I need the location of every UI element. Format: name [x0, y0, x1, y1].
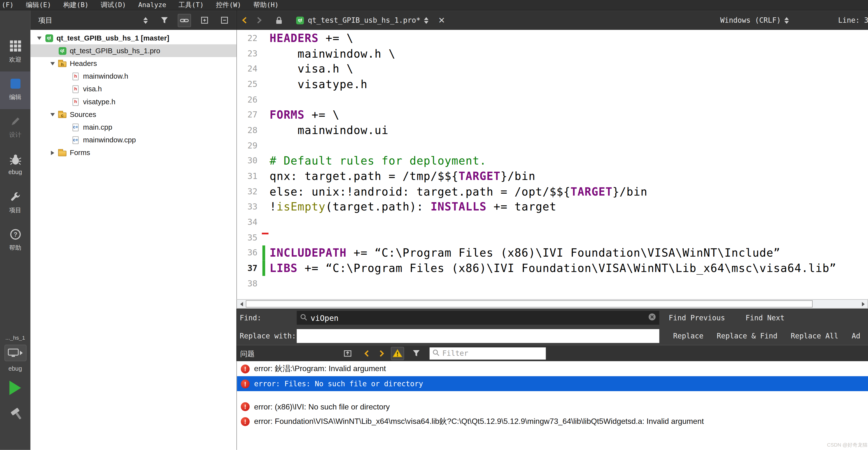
issue-row[interactable]: !error: Foundation\VISA\WinNT\Lib_x64\ms… — [237, 414, 868, 429]
mode-help-button[interactable]: ?帮助 — [0, 222, 31, 260]
forward-icon[interactable] — [257, 17, 262, 24]
document-selector-arrows-icon[interactable] — [424, 17, 428, 23]
tree-expand-arrow-icon[interactable] — [34, 36, 44, 40]
next-issue-icon[interactable] — [375, 346, 389, 360]
code-line-32[interactable]: 32else: unix:!android: target.path = /op… — [237, 184, 868, 199]
scrollbar-thumb[interactable] — [246, 300, 813, 307]
code-line-22[interactable]: 22HEADERS += \ — [237, 30, 868, 46]
tree-item[interactable]: Forms — [31, 146, 237, 159]
issue-text: error: (x86)\IVI: No such file or direct… — [254, 402, 390, 411]
code-line-27[interactable]: 27FORMS += \ — [237, 107, 868, 122]
tree-folder-h-icon: h — [57, 60, 68, 67]
tree-item[interactable]: c+mainwindow.cpp — [31, 134, 237, 146]
filter-funnel-icon[interactable] — [158, 14, 171, 27]
tree-item[interactable]: c+main.cpp — [31, 121, 237, 134]
code-line-24[interactable]: 24 visa.h \ — [237, 61, 868, 77]
code-line-30[interactable]: 30# Default rules for deployment. — [237, 153, 868, 168]
code-token: (target.path): — [326, 200, 431, 214]
find-next-button[interactable]: Find Next — [746, 313, 784, 322]
mode-edit-button[interactable]: 编辑 — [0, 72, 31, 109]
code-line-25[interactable]: 25 visatype.h — [237, 77, 868, 92]
tree-item[interactable]: cSources — [31, 108, 237, 121]
mode-debug-button[interactable]: ebug — [0, 147, 31, 184]
tree-item[interactable]: qtqt_test_GPIB_usb_hs_1 [master] — [31, 31, 237, 44]
find-previous-button[interactable]: Find Previous — [669, 313, 725, 322]
editor-horizontal-scrollbar[interactable] — [237, 299, 868, 309]
tree-item[interactable]: hvisatype.h — [31, 95, 237, 108]
code-line-37[interactable]: 37LIBS += “C:\Program Files (x86)\IVI Fo… — [237, 260, 868, 276]
replace-input[interactable] — [300, 332, 656, 340]
show-warnings-toggle-icon[interactable] — [391, 346, 404, 360]
code-token: += \ — [319, 31, 353, 45]
close-pane-icon[interactable] — [218, 14, 231, 27]
filter-funnel-icon[interactable] — [410, 346, 423, 360]
code-line-31[interactable]: 31qnx: target.path = /tmp/$${TARGET}/bin — [237, 168, 868, 184]
open-document-name[interactable]: qt_test_GPIB_usb_hs_1.pro* — [308, 16, 421, 24]
replace-input-wrap — [297, 329, 659, 343]
code-line-33[interactable]: 33!isEmpty(target.path): INSTALLS += tar… — [237, 199, 868, 215]
project-panel-header: 项目 — [31, 10, 237, 30]
tree-item[interactable]: hmainwindow.h — [31, 70, 237, 83]
menu-item-7[interactable]: 帮助(H) — [247, 0, 285, 10]
back-icon[interactable] — [242, 17, 247, 24]
mode-welcome-button[interactable]: 欢迎 — [0, 34, 31, 71]
menu-item-5[interactable]: 工具(T) — [172, 0, 210, 10]
tree-item-label: qt_test_GPIB_usb_hs_1.pro — [70, 47, 160, 55]
code-line-38[interactable]: 38 — [237, 276, 868, 291]
maximize-pane-icon[interactable] — [341, 346, 354, 360]
menu-item-2[interactable]: 构建(B) — [57, 0, 95, 10]
clear-search-icon[interactable] — [648, 313, 656, 322]
issues-filter-input[interactable] — [442, 349, 543, 358]
menu-item-0[interactable]: (F) — [0, 0, 20, 10]
code-line-29[interactable]: 29 — [237, 138, 868, 153]
kit-selector[interactable] — [4, 344, 26, 361]
line-ending-arrows-icon[interactable] — [784, 17, 788, 23]
code-token: INCLUDEPATH — [270, 246, 347, 259]
mode-projects-button[interactable]: 项目 — [0, 185, 31, 222]
change-marker — [262, 184, 265, 199]
scroll-left-arrow-icon[interactable] — [237, 300, 246, 308]
kit-project-label: ..._hs_1 — [0, 335, 31, 341]
editor-toolbar: qt qt_test_GPIB_usb_hs_1.pro* ✕ Windows … — [237, 10, 868, 30]
replace-button[interactable]: Replace — [673, 332, 703, 340]
line-ending-selector[interactable]: Windows (CRLF) — [720, 16, 781, 24]
code-line-28[interactable]: 28 mainwindow.ui — [237, 122, 868, 138]
lock-icon[interactable] — [275, 16, 283, 24]
find-input[interactable] — [307, 313, 648, 322]
code-text: visatype.h — [265, 77, 368, 91]
code-editor[interactable]: 22HEADERS += \23 mainwindow.h \24 visa.h… — [237, 30, 868, 299]
issue-row[interactable]: !error: 鈥淐:\Program: Invalid argument — [237, 361, 868, 376]
menu-item-1[interactable]: 编辑(E) — [20, 0, 57, 10]
scroll-right-arrow-icon[interactable] — [859, 300, 867, 308]
search-icon — [300, 313, 307, 322]
code-line-23[interactable]: 23 mainwindow.h \ — [237, 46, 868, 61]
tree-item[interactable]: qtqt_test_GPIB_usb_hs_1.pro — [31, 45, 237, 57]
replace-all-button[interactable]: Replace All — [790, 332, 838, 340]
issue-row[interactable]: !error: (x86)\IVI: No such file or direc… — [237, 399, 868, 414]
issue-row[interactable]: !error: Files: No such file or directory — [237, 376, 868, 391]
menu-item-3[interactable]: 调试(D) — [95, 0, 132, 10]
sync-with-editor-link-icon[interactable] — [178, 14, 191, 27]
code-line-35[interactable]: 35 — [237, 230, 868, 245]
build-button[interactable] — [8, 407, 23, 422]
tree-expand-arrow-icon[interactable] — [48, 150, 57, 155]
tree-h-file-icon: h — [70, 85, 81, 93]
split-pane-icon[interactable] — [197, 14, 211, 27]
replace-and-find-button[interactable]: Replace & Find — [717, 332, 777, 340]
run-button[interactable] — [9, 381, 21, 395]
panel-selector-arrows-icon[interactable] — [144, 17, 148, 23]
tree-item[interactable]: hHeaders — [31, 57, 237, 70]
previous-issue-icon[interactable] — [360, 346, 373, 360]
menu-item-6[interactable]: 控件(W) — [210, 0, 247, 10]
advanced-button[interactable]: Ad — [851, 332, 861, 340]
tree-expand-arrow-icon[interactable] — [48, 62, 57, 65]
code-line-26[interactable]: 26 — [237, 92, 868, 107]
project-panel-title: 项目 — [31, 15, 53, 25]
close-document-icon[interactable]: ✕ — [438, 15, 445, 25]
tree-item[interactable]: hvisa.h — [31, 83, 237, 95]
menu-item-4[interactable]: Analyze — [132, 0, 173, 10]
change-marker-green — [262, 260, 265, 276]
code-line-36[interactable]: 36INCLUDEPATH += “C:\Program Files (x86)… — [237, 245, 868, 260]
code-line-34[interactable]: 34 — [237, 215, 868, 230]
tree-expand-arrow-icon[interactable] — [48, 113, 57, 116]
